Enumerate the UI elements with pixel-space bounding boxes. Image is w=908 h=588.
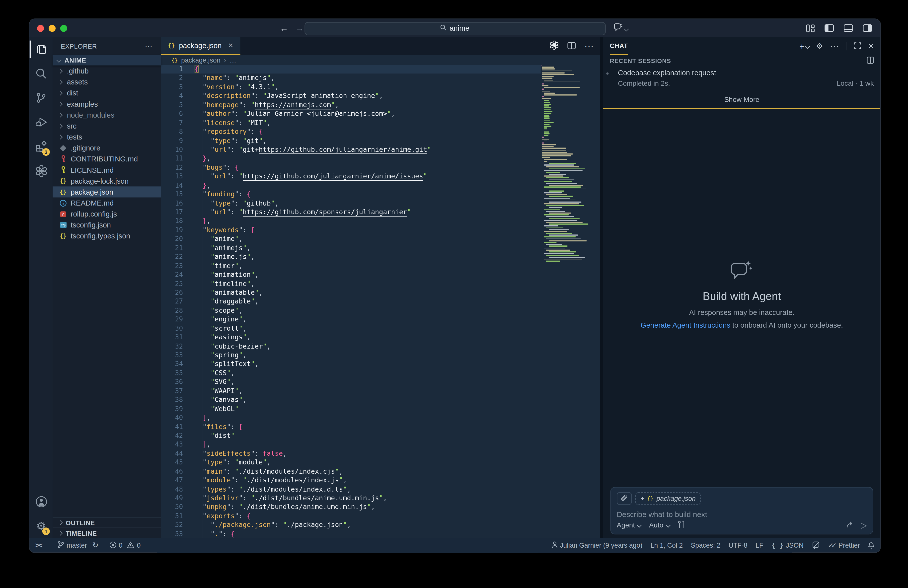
tree-item-license-md[interactable]: LICENSE.md	[53, 164, 161, 176]
code-line[interactable]: 18 },	[161, 217, 600, 226]
tab-chat[interactable]: CHAT	[610, 37, 628, 55]
code-line[interactable]: 20 "anime",	[161, 235, 600, 244]
code-line[interactable]: 14 },	[161, 181, 600, 190]
breadcrumb-file[interactable]: package.json	[181, 56, 221, 64]
code-line[interactable]: 8 "repository": {	[161, 127, 600, 136]
activity-openai[interactable]	[30, 159, 53, 183]
session-item[interactable]: Codebase explanation request Completed i…	[603, 66, 881, 87]
code-line[interactable]: 49 "jsdelivr": "./dist/bundles/anime.umd…	[161, 494, 600, 503]
timeline-section[interactable]: TIMELINE	[53, 527, 161, 538]
code-line[interactable]: 29 "engine",	[161, 315, 600, 324]
activity-search[interactable]	[30, 61, 53, 86]
chat-input-box[interactable]: + {} package.json Describe what to build…	[610, 487, 873, 535]
close-window-button[interactable]	[37, 25, 44, 32]
code-line[interactable]: 11 },	[161, 154, 600, 163]
tree-item-node-modules[interactable]: node_modules	[53, 110, 161, 120]
tree-item--github[interactable]: .github	[53, 66, 161, 76]
minimap[interactable]	[541, 65, 592, 538]
code-line[interactable]: 6 "author": "Julian Garnier <julian@anim…	[161, 110, 600, 119]
code-line[interactable]: 39 "WebGL"	[161, 404, 600, 414]
close-panel-icon[interactable]: ✕	[868, 42, 874, 50]
code-line[interactable]: 46 "main": "./dist/modules/index.cjs",	[161, 467, 600, 476]
indentation[interactable]: Spaces: 2	[691, 542, 721, 549]
eol-sequence[interactable]: LF	[755, 542, 763, 549]
split-editor-icon[interactable]	[568, 41, 576, 52]
outline-section[interactable]: OUTLINE	[53, 517, 161, 527]
agent-mode-dropdown[interactable]: Agent	[617, 521, 641, 530]
code-line[interactable]: 10 "url": "git+https://github.com/julian…	[161, 145, 600, 154]
encoding[interactable]: UTF-8	[729, 542, 747, 549]
git-branch-item[interactable]: master	[57, 541, 87, 549]
code-line[interactable]: 2 "name": "animejs",	[161, 74, 600, 83]
activity-run-debug[interactable]	[30, 110, 53, 135]
code-line[interactable]: 32 "cubic-bezier",	[161, 342, 600, 351]
code-line[interactable]: 37 "WAAPI",	[161, 387, 600, 396]
forward-arrow-icon[interactable]	[846, 520, 854, 530]
generate-agent-instructions-link[interactable]: Generate Agent Instructions	[641, 321, 730, 330]
tree-item-dist[interactable]: dist	[53, 87, 161, 98]
remote-indicator[interactable]: ><	[35, 541, 42, 549]
notifications-bell-icon[interactable]	[868, 542, 874, 549]
code-line[interactable]: 45 "type": "module",	[161, 458, 600, 467]
close-tab-icon[interactable]: ✕	[228, 42, 233, 49]
openai-icon[interactable]	[549, 40, 559, 52]
code-line[interactable]: 1{	[161, 65, 600, 74]
code-line[interactable]: 50 "unpkg": "./dist/bundles/anime.umd.mi…	[161, 503, 600, 512]
tree-item-src[interactable]: src	[53, 120, 161, 131]
sync-button[interactable]: ↻	[92, 541, 98, 549]
toggle-panel-icon[interactable]	[844, 24, 853, 32]
tree-item-package-json[interactable]: {}package.json	[53, 186, 161, 197]
minimize-window-button[interactable]	[48, 25, 56, 32]
tree-item-package-lock-json[interactable]: {}package-lock.json	[53, 176, 161, 186]
code-line[interactable]: 38 "Canvas",	[161, 396, 600, 404]
activity-accounts[interactable]	[30, 489, 53, 514]
code-line[interactable]: 41 "files": [	[161, 422, 600, 431]
code-line[interactable]: 42 "dist"	[161, 431, 600, 440]
formatter-item[interactable]: ✓✓ Prettier	[828, 541, 860, 549]
problems-item[interactable]: 0 0	[109, 541, 140, 549]
code-line[interactable]: 15 "funding": {	[161, 190, 600, 199]
tab-package-json[interactable]: {} package.json ✕	[161, 37, 240, 55]
code-line[interactable]: 40 ],	[161, 413, 600, 422]
navigate-forward-button[interactable]: →	[295, 23, 304, 33]
code-line[interactable]: 44 "sideEffects": false,	[161, 449, 600, 458]
activity-extensions[interactable]: 3	[30, 134, 53, 159]
blame-item[interactable]: Julian Garnier (9 years ago)	[552, 541, 642, 549]
code-line[interactable]: 13 "url": "https://github.com/juliangarn…	[161, 172, 600, 181]
tree-item-examples[interactable]: examples	[53, 98, 161, 110]
activity-explorer[interactable]	[30, 37, 53, 61]
copilot-status-icon[interactable]	[811, 541, 820, 549]
code-line[interactable]: 22 "anime.js",	[161, 253, 600, 262]
show-more-button[interactable]: Show More	[603, 95, 881, 104]
code-line[interactable]: 17 "url": "https://github.com/sponsors/j…	[161, 208, 600, 217]
code-line[interactable]: 48 "types": "./dist/modules/index.d.ts",	[161, 485, 600, 494]
send-icon[interactable]: ▷	[861, 521, 867, 530]
copilot-menu-button[interactable]	[613, 23, 628, 34]
chat-input-placeholder[interactable]: Describe what to build next	[617, 510, 867, 519]
context-chip-package-json[interactable]: + {} package.json	[635, 492, 701, 505]
code-editor[interactable]: 1{2 "name": "animejs",3 "version": "4.3.…	[161, 65, 600, 538]
language-mode[interactable]: { } JSON	[771, 541, 803, 549]
breadcrumb-symbol[interactable]: …	[230, 56, 236, 64]
customize-layout-icon[interactable]	[806, 24, 815, 32]
code-line[interactable]: 26 "animatable",	[161, 288, 600, 297]
model-dropdown[interactable]: Auto	[649, 521, 670, 530]
attach-button[interactable]	[617, 492, 632, 505]
code-line[interactable]: 23 "timer",	[161, 262, 600, 271]
code-line[interactable]: 30 "scroll",	[161, 324, 600, 333]
code-line[interactable]: 52 "./package.json": "./package.json",	[161, 521, 600, 530]
code-line[interactable]: 24 "animation",	[161, 270, 600, 279]
zoom-window-button[interactable]	[60, 25, 67, 32]
tree-item-tests[interactable]: tests	[53, 132, 161, 142]
tree-item-assets[interactable]: assets	[53, 76, 161, 87]
tree-item-contributing-md[interactable]: CONTRIBUTING.md	[53, 153, 161, 164]
code-line[interactable]: 4 "description": "JavaScript animation e…	[161, 92, 600, 101]
editor-more-actions-icon[interactable]: ⋯	[584, 40, 594, 52]
code-line[interactable]: 5 "homepage": "https://animejs.com",	[161, 101, 600, 110]
code-line[interactable]: 51 "exports": {	[161, 512, 600, 521]
code-line[interactable]: 34 "splitText",	[161, 360, 600, 369]
breadcrumb[interactable]: {} package.json › …	[161, 55, 600, 65]
open-sessions-icon[interactable]	[867, 56, 874, 66]
code-line[interactable]: 28 "scope",	[161, 306, 600, 315]
code-line[interactable]: 25 "timeline",	[161, 279, 600, 288]
